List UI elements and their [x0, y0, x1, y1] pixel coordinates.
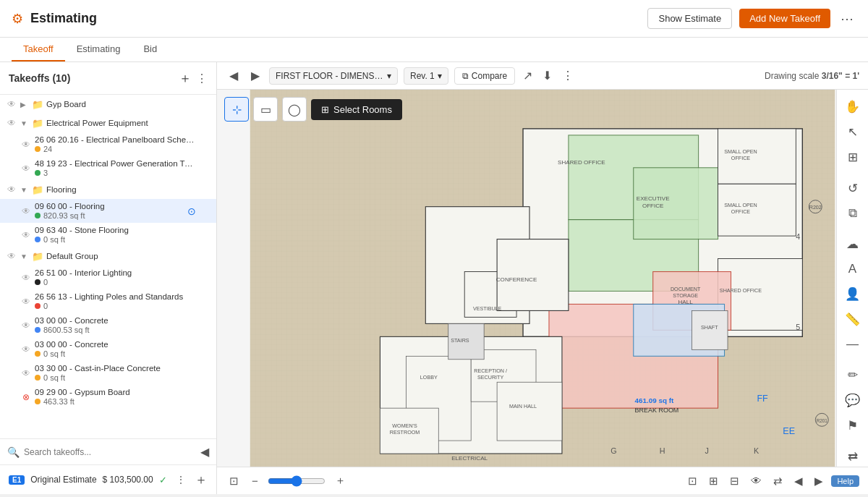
person-button[interactable]: 👤 — [841, 283, 864, 305]
show-estimate-button[interactable]: Show Estimate — [647, 8, 732, 29]
item-count: 0 sq ft — [43, 349, 65, 358]
rectangle-tool-button[interactable]: ▭ — [253, 97, 278, 122]
svg-text:OFFICE: OFFICE — [642, 203, 664, 209]
revision-select[interactable]: Rev. 1 ▾ — [404, 67, 448, 85]
group-flooring[interactable]: 👁 ▼ 📁 Flooring ⋮ — [0, 180, 216, 199]
item-name: 03 30 00 - Cast-in-Place Concrete — [35, 364, 195, 373]
chevron-icon: ▶ — [20, 101, 29, 109]
tab-bar: Takeoff Estimating Bid — [0, 38, 868, 62]
selected-indicator: ⊙ — [187, 205, 196, 217]
copy-button[interactable]: ⧉ — [845, 203, 861, 224]
view-grid-button[interactable]: ⊞ — [705, 472, 722, 490]
drawing-content: ⊹ ▭ ◯ ⊞ Select Rooms — [217, 90, 868, 467]
eye-view-button[interactable]: 👁 — [747, 472, 765, 489]
drawing-name-select[interactable]: FIRST FLOOR - DIMENSION PLAN - ... ▾ — [269, 67, 398, 85]
list-item[interactable]: 👁 48 19 23 - Electrical Power Generation… — [0, 156, 216, 180]
grid-tool-button[interactable]: ⊞ — [844, 146, 861, 169]
dropdown-icon: ▾ — [387, 71, 391, 81]
estimate-badge: E1 — [9, 475, 25, 485]
drawing-more-button[interactable]: ⋮ — [560, 67, 576, 85]
item-count: 463.33 ft — [43, 397, 75, 406]
chat-button[interactable]: 💬 — [841, 389, 864, 412]
svg-text:DOCUMENT: DOCUMENT — [671, 286, 701, 292]
visibility-icon: 👁 — [6, 184, 17, 195]
item-name: 26 51 00 - Interior Lighting — [35, 268, 195, 277]
svg-text:RESTROOM: RESTROOM — [390, 430, 420, 436]
pointer-tool-button[interactable]: ↖ — [844, 121, 861, 143]
tab-takeoff[interactable]: Takeoff — [12, 38, 65, 61]
item-count: 0 sq ft — [43, 235, 65, 244]
list-item[interactable]: 👁 03 00 00 - Concrete 8600.53 sq ft ⋮ — [0, 313, 216, 337]
item-name: 03 00 00 - Concrete — [35, 316, 195, 325]
item-count: 3 — [43, 169, 48, 177]
text-button[interactable]: A — [845, 258, 860, 280]
list-item[interactable]: 👁 03 30 00 - Cast-in-Place Concrete 0 sq… — [0, 361, 216, 385]
list-item[interactable]: 👁 26 06 20.16 - Electrical Panelboard Sc… — [0, 132, 216, 156]
select-rooms-label: Select Rooms — [333, 104, 392, 115]
list-item[interactable]: 👁 09 60 00 - Flooring 820.93 sq ft ⊙ ⋮ — [0, 199, 216, 223]
arrows-button[interactable]: ⇄ — [844, 446, 861, 467]
sidebar-add-button[interactable]: ＋ — [179, 69, 192, 87]
group-gyp-board[interactable]: 👁 ▶ 📁 Gyp Board ⋮ — [0, 95, 216, 114]
status-dot — [35, 327, 41, 333]
footer-menu-button[interactable]: ⋮ — [176, 474, 186, 485]
next-drawing-button[interactable]: ▶ — [247, 67, 263, 85]
tab-estimating[interactable]: Estimating — [65, 38, 132, 61]
list-item[interactable]: 👁 03 00 00 - Concrete 0 sq ft ⋮ — [0, 337, 216, 361]
sync-button[interactable]: ⇄ — [770, 472, 786, 490]
rev-dropdown-icon: ▾ — [438, 71, 442, 81]
circle-tool-button[interactable]: ◯ — [282, 97, 307, 122]
group-name: Default Group — [46, 252, 98, 260]
group-electrical[interactable]: 👁 ▼ 📁 Electrical Power Equipment ⋮ — [0, 114, 216, 132]
revision-text: Rev. 1 — [410, 71, 435, 81]
top-bar-left: ⚙ Estimating — [12, 11, 97, 27]
collapse-sidebar-button[interactable]: ◀ — [200, 445, 209, 459]
list-item[interactable]: 👁 09 63 40 - Stone Flooring 0 sq ft ⋮ — [0, 223, 216, 247]
download-button[interactable]: ⬇ — [540, 67, 554, 85]
visibility-icon: 👁 — [20, 230, 32, 240]
list-item[interactable]: 👁 26 56 13 - Lighting Poles and Standard… — [0, 289, 216, 313]
sidebar-footer: E1 Original Estimate $ 103,500.00 ✓ ⋮ ＋ — [0, 464, 216, 494]
compare-button[interactable]: ⧉ Compare — [454, 67, 515, 85]
ruler-button[interactable]: 📏 — [841, 308, 864, 331]
svg-text:WOMEN'S: WOMEN'S — [392, 423, 417, 429]
prev-page-button[interactable]: ◀ — [791, 472, 807, 490]
search-input[interactable] — [24, 447, 196, 457]
tab-bid[interactable]: Bid — [132, 38, 169, 61]
footer-add-button[interactable]: ＋ — [195, 471, 208, 488]
prev-drawing-button[interactable]: ◀ — [226, 67, 242, 85]
view-split-button[interactable]: ⊟ — [726, 472, 743, 490]
undo-button[interactable]: ↺ — [844, 177, 861, 200]
cloud-button[interactable]: ☁ — [843, 233, 862, 255]
external-link-button[interactable]: ↗ — [521, 67, 535, 85]
minus-button[interactable]: — — [843, 334, 862, 355]
search-icon: 🔍 — [7, 446, 20, 458]
sidebar-menu-button[interactable]: ⋮ — [196, 72, 208, 85]
zoom-in-button[interactable]: ＋ — [331, 472, 349, 490]
add-new-takeoff-button[interactable]: Add New Takeoff — [739, 9, 830, 28]
compare-icon: ⧉ — [462, 71, 469, 81]
sidebar-search-bar: 🔍 ◀ — [0, 438, 216, 464]
svg-text:SHARED OFFICE: SHARED OFFICE — [558, 159, 605, 166]
svg-text:LOBBY: LOBBY — [420, 375, 438, 381]
zoom-out-button[interactable]: − — [248, 472, 262, 489]
fit-screen-button[interactable]: ⊡ — [226, 472, 242, 490]
pencil-button[interactable]: ✏ — [844, 364, 861, 386]
flag-button[interactable]: ⚑ — [843, 415, 861, 437]
item-name: 09 29 00 - Gypsum Board — [35, 388, 195, 396]
more-options-button[interactable]: ⋯ — [838, 8, 856, 30]
svg-text:FF: FF — [757, 394, 768, 404]
item-count: 24 — [43, 145, 52, 153]
zoom-slider[interactable] — [268, 475, 326, 487]
view-single-button[interactable]: ⊡ — [684, 472, 701, 490]
item-count: 0 — [43, 278, 48, 286]
help-button[interactable]: Help — [831, 475, 859, 487]
next-page-button[interactable]: ▶ — [811, 472, 827, 490]
select-rooms-button[interactable]: ⊞ Select Rooms — [311, 99, 402, 120]
select-tool-button[interactable]: ⊹ — [224, 97, 249, 122]
list-item[interactable]: ⊗ 09 29 00 - Gypsum Board 463.33 ft ⋮ — [0, 385, 216, 409]
select-rooms-icon: ⊞ — [321, 104, 329, 115]
hand-tool-button[interactable]: ✋ — [841, 95, 864, 118]
group-default[interactable]: 👁 ▼ 📁 Default Group ⋮ — [0, 247, 216, 266]
list-item[interactable]: 👁 26 51 00 - Interior Lighting 0 ⋮ — [0, 266, 216, 289]
